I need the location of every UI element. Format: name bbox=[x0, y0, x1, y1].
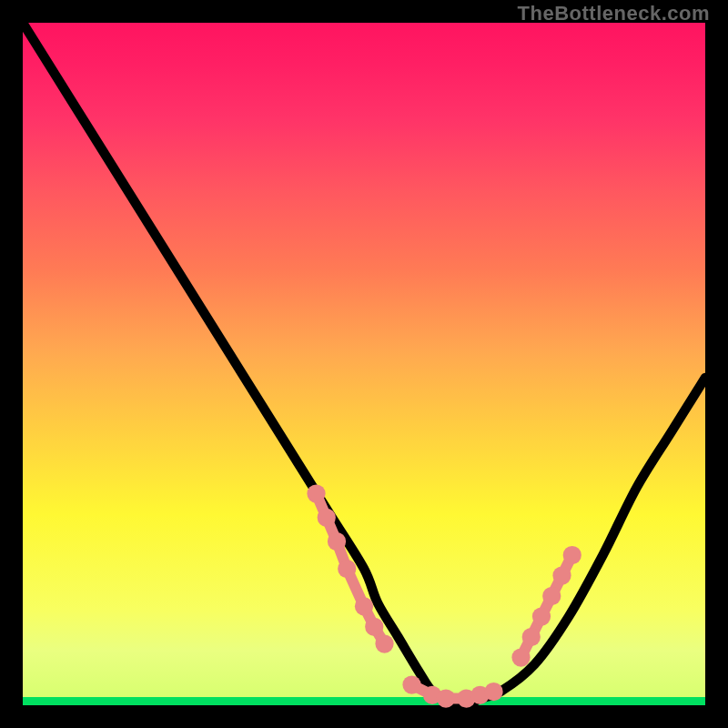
highlight-dot bbox=[532, 607, 551, 625]
highlight-dots-layer bbox=[307, 484, 581, 707]
highlight-dot bbox=[522, 628, 541, 646]
watermark-text: TheBottleneck.com bbox=[518, 2, 710, 25]
plot-area bbox=[23, 23, 705, 705]
highlight-dot bbox=[511, 648, 530, 666]
highlight-dot bbox=[365, 618, 383, 636]
chart-stage: TheBottleneck.com bbox=[0, 0, 728, 728]
highlight-dot bbox=[375, 634, 393, 652]
highlight-dot bbox=[402, 675, 420, 693]
highlight-dot bbox=[437, 689, 455, 707]
curve-layer bbox=[23, 23, 705, 705]
highlight-dot bbox=[338, 560, 356, 578]
highlight-dot bbox=[552, 566, 571, 584]
highlight-dot bbox=[355, 597, 373, 615]
highlight-dot bbox=[484, 682, 502, 701]
highlight-dot bbox=[563, 546, 581, 564]
highlight-dot bbox=[542, 587, 561, 605]
highlight-dot bbox=[318, 509, 336, 527]
highlight-dot bbox=[328, 532, 346, 551]
highlight-dot bbox=[307, 484, 325, 502]
